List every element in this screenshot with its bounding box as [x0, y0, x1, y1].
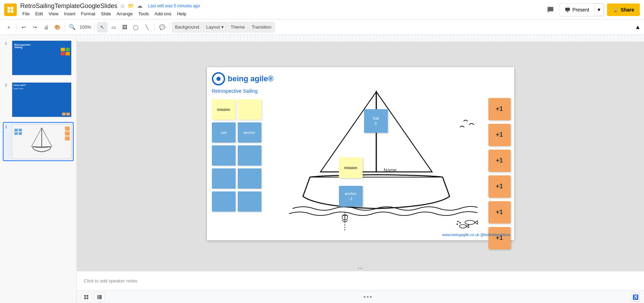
svg-rect-0: [8, 7, 10, 9]
slide-preview-1: RetrospectiveSailing: [12, 40, 72, 75]
cursor-tool[interactable]: ↖: [97, 22, 108, 32]
slide-footer[interactable]: www.beingagile.co.uk @belindawaldock: [442, 233, 510, 237]
svg-point-20: [459, 222, 461, 224]
legend-blue-5a: [212, 191, 236, 212]
anchor-sticky-note[interactable]: anchor-3: [339, 186, 363, 207]
separator4: [154, 23, 155, 31]
text-box-tool[interactable]: ▭: [108, 22, 119, 32]
undo-button[interactable]: ↩: [18, 22, 29, 32]
transition-button[interactable]: Transition: [249, 22, 275, 32]
svg-rect-23: [84, 295, 86, 296]
plus-one-btn-3[interactable]: +1: [488, 150, 511, 172]
menu-addons[interactable]: Add-ons: [153, 10, 173, 17]
plus-one-btn-6[interactable]: +1: [488, 227, 511, 249]
comments-button[interactable]: [544, 3, 557, 16]
plus-one-btn-1[interactable]: +1: [488, 98, 511, 120]
filmstrip-view-button[interactable]: [94, 293, 105, 302]
separator5: [169, 23, 170, 31]
slide-number-2: 2: [5, 82, 10, 87]
svg-point-21: [457, 224, 458, 225]
menu-file[interactable]: File: [20, 10, 32, 17]
svg-rect-26: [87, 297, 88, 299]
print-button[interactable]: 🖨: [41, 22, 51, 32]
shapes-tool[interactable]: ◯: [131, 22, 141, 32]
zoom-level: 100%: [78, 24, 92, 30]
background-button[interactable]: Background: [172, 22, 202, 32]
share-button[interactable]: 🔒 Share: [607, 3, 640, 16]
slide-thumb-3[interactable]: 3: [3, 122, 74, 161]
menu-edit[interactable]: Edit: [33, 10, 45, 17]
svg-marker-8: [42, 128, 52, 147]
paint-format-button[interactable]: 🎨: [52, 22, 62, 32]
redo-button[interactable]: ↪: [30, 22, 40, 32]
separator3: [95, 23, 95, 31]
svg-rect-28: [99, 295, 101, 299]
folder-icon[interactable]: 📁: [128, 3, 134, 9]
menu-help[interactable]: Help: [175, 10, 188, 17]
notes-area[interactable]: Click to add speaker notes: [77, 271, 644, 290]
svg-rect-27: [97, 295, 99, 299]
plus-one-btn-2[interactable]: +1: [488, 124, 511, 146]
separator2: [65, 23, 65, 31]
grid-view-button[interactable]: [81, 293, 91, 302]
share-label: Share: [621, 7, 634, 13]
layout-button[interactable]: Layout ▾: [203, 22, 227, 32]
slide-number-1: 1: [5, 40, 10, 45]
main-area: 1 RetrospectiveSailing 2 being agile®: [0, 35, 644, 303]
slide-thumb-2[interactable]: 2 being agile® Quick Guide: [3, 80, 74, 119]
svg-rect-25: [84, 297, 86, 299]
slide-number-3: 3: [5, 124, 10, 129]
legend-blue-3a: [212, 145, 236, 166]
top-bar: RetroSailingTemplateGoogleSlides ☆ 📁 ☁ L…: [0, 0, 644, 20]
sail-sticky-note[interactable]: Sail8: [364, 109, 388, 133]
legend-blue-4a: [212, 168, 236, 189]
bottom-bar: ♿: [77, 290, 644, 303]
content-area: being agile® Retrospective Sailing missi…: [77, 35, 644, 303]
present-button[interactable]: Present: [560, 3, 594, 16]
menu-view[interactable]: View: [46, 10, 60, 17]
title-area: RetroSailingTemplateGoogleSlides ☆ 📁 ☁ L…: [20, 2, 200, 17]
document-title[interactable]: RetroSailingTemplateGoogleSlides: [20, 2, 117, 10]
menu-arrange[interactable]: Arrange: [114, 10, 135, 17]
accessibility-button[interactable]: ♿: [631, 293, 640, 302]
resize-handle[interactable]: • • •: [77, 265, 644, 271]
zoom-out-button[interactable]: 🔍: [67, 22, 77, 32]
legend-blue-4b: [238, 168, 261, 189]
slide-preview-2: being agile® Quick Guide: [12, 82, 72, 117]
menu-tools[interactable]: Tools: [136, 10, 151, 17]
menu-bar: File Edit View Insert Format Slide Arran…: [20, 10, 200, 17]
legend-blue-5b: [238, 191, 261, 212]
menu-insert[interactable]: Insert: [62, 10, 77, 17]
notes-placeholder: Click to add speaker notes: [84, 278, 137, 283]
plus-one-btn-5[interactable]: +1: [488, 201, 511, 224]
logo-circle: [212, 72, 225, 85]
logo-text: being agile®: [228, 74, 274, 83]
layout-dropdown-icon: ▾: [221, 24, 224, 30]
svg-rect-4: [565, 8, 570, 11]
line-tool[interactable]: ╲: [142, 22, 152, 32]
image-tool[interactable]: 🖼: [119, 22, 130, 32]
slide-area[interactable]: being agile® Retrospective Sailing missi…: [77, 42, 644, 265]
collapse-panel-button[interactable]: ▲: [635, 24, 641, 30]
svg-rect-3: [11, 10, 13, 12]
legend-anchor-label: anchor: [238, 122, 261, 143]
being-agile-logo: being agile®: [212, 72, 274, 85]
cloud-icon[interactable]: ☁: [137, 3, 142, 9]
mission-sticky-note[interactable]: mission: [339, 157, 363, 178]
comment-tool[interactable]: 💬: [157, 22, 167, 32]
legend-blue-3b: [238, 145, 261, 166]
add-button[interactable]: +: [3, 22, 14, 32]
star-icon[interactable]: ☆: [120, 3, 125, 9]
separator: [16, 23, 16, 31]
last-edit-label[interactable]: Last edit was 5 minutes ago: [148, 3, 200, 8]
present-dropdown[interactable]: ▾: [594, 3, 604, 16]
menu-slide[interactable]: Slide: [99, 10, 113, 17]
theme-button[interactable]: Theme: [228, 22, 248, 32]
plus-one-btn-4[interactable]: +1: [488, 175, 511, 198]
slide-canvas: being agile® Retrospective Sailing missi…: [207, 67, 514, 240]
present-label: Present: [572, 7, 589, 13]
svg-point-17: [465, 220, 475, 225]
menu-format[interactable]: Format: [79, 10, 97, 17]
slide-thumb-1[interactable]: 1 RetrospectiveSailing: [3, 38, 74, 77]
right-actions: Present ▾ 🔒 Share: [544, 3, 640, 16]
